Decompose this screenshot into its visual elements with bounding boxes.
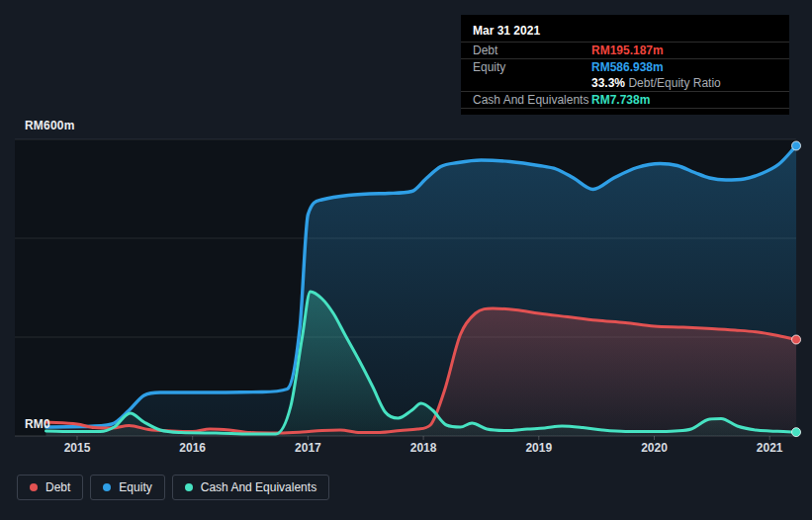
cash-dot-icon xyxy=(185,483,193,491)
tooltip-ratio-value: 33.3% xyxy=(591,76,625,90)
tooltip-cash-value: RM7.738m xyxy=(591,92,777,108)
y-axis-label-max: RM600m xyxy=(25,119,75,132)
tooltip-row-ratio: 33.3% Debt/Equity Ratio xyxy=(461,75,789,92)
legend-item-equity[interactable]: Equity xyxy=(90,475,164,500)
tooltip-debt-value: RM195.187m xyxy=(591,43,777,58)
legend-item-debt[interactable]: Debt xyxy=(17,475,83,500)
legend-cash-label: Cash And Equivalents xyxy=(201,480,316,494)
tooltip-cash-label: Cash And Equivalents xyxy=(473,92,591,108)
debt-dot-icon xyxy=(30,483,38,491)
tooltip-row-cash: Cash And Equivalents RM7.738m xyxy=(461,92,789,109)
x-tick-label-2016: 2016 xyxy=(171,441,215,455)
y-axis-label-zero: RM0 xyxy=(25,417,50,431)
x-tick-label-2020: 2020 xyxy=(633,441,677,455)
tooltip-equity-value: RM586.938m xyxy=(591,59,777,75)
debt-equity-history-panel: RM600m RM0 2015201620172018201920202021 … xyxy=(0,0,812,520)
legend-equity-label: Equity xyxy=(119,480,151,494)
tooltip-row-equity: Equity RM586.938m xyxy=(461,59,789,75)
x-tick-label-2019: 2019 xyxy=(517,441,561,455)
tooltip-ratio: 33.3% Debt/Equity Ratio xyxy=(591,75,777,91)
legend: Debt Equity Cash And Equivalents xyxy=(17,475,329,500)
x-tick-label-2015: 2015 xyxy=(55,441,99,455)
tooltip-ratio-label: Debt/Equity Ratio xyxy=(628,76,720,90)
tooltip-row-debt: Debt RM195.187m xyxy=(461,43,789,59)
tooltip-equity-label: Equity xyxy=(473,59,591,75)
equity-dot-icon xyxy=(103,483,111,491)
legend-debt-label: Debt xyxy=(45,480,70,494)
chart-tooltip: Mar 31 2021 Debt RM195.187m Equity RM586… xyxy=(461,15,789,115)
legend-item-cash[interactable]: Cash And Equivalents xyxy=(172,475,329,500)
x-tick-label-2021: 2021 xyxy=(748,441,791,455)
tooltip-date: Mar 31 2021 xyxy=(461,20,789,43)
x-tick-label-2018: 2018 xyxy=(402,441,445,455)
tooltip-debt-label: Debt xyxy=(473,43,591,58)
x-tick-label-2017: 2017 xyxy=(286,441,329,455)
